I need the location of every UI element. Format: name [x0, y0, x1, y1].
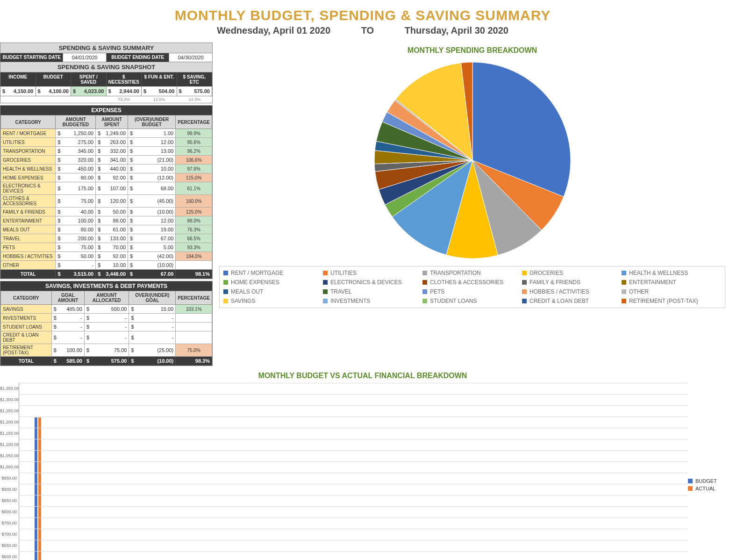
- pct-cell: 115.0%: [176, 173, 212, 182]
- snapshot-value: $2,944.00: [107, 86, 142, 96]
- pct-cell: 160.0%: [176, 195, 212, 208]
- end-date-label: BUDGET ENDING DATE: [107, 53, 169, 62]
- legend-swatch: [522, 271, 527, 275]
- legend-item: OTHER: [622, 287, 721, 296]
- category-cell: TRANSPORTATION: [1, 147, 56, 156]
- diff-cell: $1.00: [128, 129, 176, 138]
- legend-label: SAVINGS: [231, 298, 255, 304]
- spent-cell: $10.00: [96, 261, 128, 270]
- date-to-label: TO: [361, 25, 374, 36]
- legend-swatch: [223, 289, 228, 294]
- bar-group: [154, 383, 187, 560]
- total-row: TOTAL $585.00 $575.00 $(10.00) 98.3%: [1, 357, 212, 366]
- snapshot-pct-row: 73.2%12.5%14.3%: [0, 96, 212, 103]
- pct-cell: [176, 331, 212, 344]
- spent-cell: $440.00: [96, 165, 128, 173]
- category-cell: ELECTRONICS & DEVICES: [1, 182, 56, 195]
- table-row: UTILITIES $275.00 $263.00 $12.00 95.6%: [1, 138, 212, 147]
- category-cell: PETS: [1, 243, 56, 252]
- spent-cell: $133.00: [96, 234, 128, 243]
- bar-group: [287, 383, 320, 560]
- diff-cell: $67.00: [128, 234, 176, 243]
- category-cell: ENTERTAINMENT: [1, 216, 56, 225]
- spent-cell: $-: [84, 331, 129, 344]
- legend-item: ELECTRONICS & DEVICES: [323, 278, 422, 287]
- legend-swatch: [622, 271, 626, 275]
- budget-cell: $80.00: [56, 225, 96, 234]
- category-cell: SAVINGS: [1, 305, 52, 314]
- pct-cell: 96.2%: [176, 147, 212, 156]
- bar-group: [453, 383, 487, 560]
- legend-item: FAMILY & FRIENDS: [522, 278, 622, 287]
- legend-swatch: [223, 280, 228, 285]
- pct-cell: 66.5%: [176, 234, 212, 243]
- pct-cell: 61.1%: [176, 182, 212, 195]
- table-row: STUDENT LOANS $- $- $-: [1, 323, 212, 331]
- gridline: [19, 540, 688, 540]
- legend-item: CLOTHES & ACCESSORIES: [422, 278, 522, 287]
- pct-cell: 103.1%: [176, 305, 212, 314]
- budget-cell: $-: [51, 314, 84, 323]
- bar-chart: $1,350.00$1,300.00$1,250.00$1,200.00$1,1…: [0, 383, 725, 560]
- pct-cell: 99.9%: [176, 129, 212, 138]
- spent-cell: $341.00: [96, 156, 128, 165]
- pct-cell: [176, 261, 212, 270]
- legend-label: FAMILY & FRIENDS: [530, 279, 580, 286]
- budget-cell: $-: [56, 261, 96, 270]
- legend-label: BUDGET: [695, 478, 717, 484]
- legend-swatch: [223, 299, 228, 303]
- legend-label: TRANSPORTATION: [430, 270, 481, 276]
- y-tick: $1,000.00: [0, 461, 19, 473]
- legend-item: RETIREMENT (POST-TAX): [622, 296, 721, 306]
- legend-item: INVESTMENTS: [323, 296, 422, 306]
- legend-swatch: [688, 486, 693, 491]
- legend-swatch: [522, 280, 527, 285]
- diff-cell: $(42.00): [128, 252, 176, 261]
- expenses-title: EXPENSES: [0, 106, 212, 115]
- gridline: [19, 506, 688, 507]
- legend-label: CLOTHES & ACCESSORIES: [430, 279, 503, 286]
- end-date-value[interactable]: 04/30/2020: [169, 53, 212, 62]
- spent-cell: $107.00: [96, 182, 128, 195]
- legend-swatch: [422, 271, 427, 275]
- snapshot-pct: 73.2%: [107, 96, 142, 103]
- start-date-value[interactable]: 04/01/2020: [63, 53, 107, 62]
- category-cell: MEALS OUT: [1, 225, 56, 234]
- total-spent: $575.00: [84, 357, 129, 366]
- table-row: PETS $75.00 $70.00 $5.00 93.3%: [1, 243, 212, 252]
- snapshot-col-header: BUDGET: [36, 72, 72, 86]
- bar-group: [487, 383, 520, 560]
- table-row: ENTERTAINMENT $100.00 $88.00 $12.00 88.0…: [1, 216, 212, 225]
- spent-cell: $88.00: [96, 216, 128, 225]
- y-tick: $750.00: [0, 517, 19, 529]
- gridline: [19, 428, 688, 428]
- y-tick: $1,100.00: [0, 439, 19, 450]
- table-row: CREDIT & LOAN DEBT $- $- $-: [1, 331, 212, 344]
- category-cell: CREDIT & LOAN DEBT: [1, 331, 52, 344]
- bar-group: [254, 383, 287, 560]
- legend-item: PETS: [422, 287, 522, 296]
- savings-title: SAVINGS, INVESTMENTS & DEBT PAYMENTS: [0, 281, 212, 291]
- savings-box: SAVINGS, INVESTMENTS & DEBT PAYMENTS CAT…: [0, 281, 213, 366]
- gridline: [19, 439, 688, 439]
- legend-label: ELECTRONICS & DEVICES: [330, 279, 402, 286]
- legend-item: SAVINGS: [223, 296, 323, 306]
- col-header: AMOUNT BUDGETED: [56, 115, 96, 129]
- spent-cell: $-: [84, 323, 129, 331]
- table-row: ELECTRONICS & DEVICES $175.00 $107.00 $6…: [1, 182, 212, 195]
- pie-legend: RENT / MORTGAGEUTILITIESTRANSPORTATIONGR…: [219, 266, 725, 308]
- page-title: MONTHLY BUDGET, SPENDING & SAVING SUMMAR…: [0, 7, 725, 23]
- pct-cell: 97.8%: [176, 165, 212, 173]
- legend-label: UTILITIES: [330, 270, 357, 276]
- legend-item: HEALTH & WELLNESS: [622, 268, 721, 278]
- diff-cell: $(45.00): [128, 195, 176, 208]
- diff-cell: $-: [129, 323, 176, 331]
- legend-swatch: [323, 280, 328, 285]
- gridline: [19, 405, 688, 406]
- gridline: [19, 529, 688, 529]
- table-row: HEALTH & WELLNESS $450.00 $440.00 $10.00…: [1, 165, 212, 173]
- legend-swatch: [422, 280, 427, 285]
- snapshot-col-header: SPENT / SAVED: [71, 72, 107, 86]
- bar-group: [87, 383, 121, 560]
- spent-cell: $-: [84, 314, 129, 323]
